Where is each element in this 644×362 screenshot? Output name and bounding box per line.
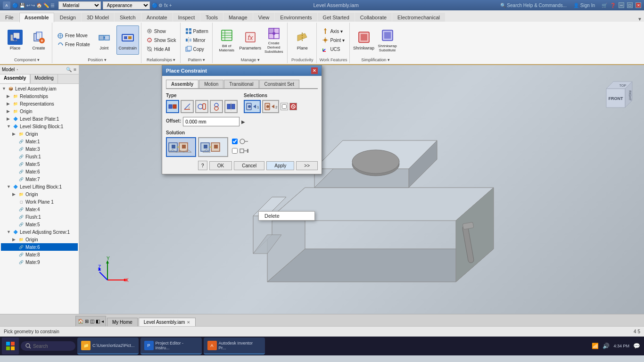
relationships-label-btn[interactable]: Relationships ▾	[147, 58, 176, 62]
tree-item-las-origin[interactable]: ▶ 📁 Origin	[1, 236, 78, 243]
offset-arrow[interactable]: ▶	[241, 119, 245, 124]
tab-inspect[interactable]: Inspect	[173, 13, 200, 22]
place-constraint-dialog[interactable]: Place Constraint ✕ Assembly Motion Trans…	[162, 65, 322, 174]
context-menu-delete[interactable]: Delete	[259, 212, 314, 220]
tree-item-origin1[interactable]: ▶ 📁 Origin	[1, 107, 78, 115]
expand-representations[interactable]: ▶	[7, 101, 11, 106]
tree-item-mate6[interactable]: 🔗 Mate:6	[1, 168, 78, 175]
joint-button[interactable]: Joint	[93, 25, 116, 55]
selection-1-btn[interactable]: 1	[244, 100, 261, 113]
taskbar-start-button[interactable]	[2, 337, 19, 354]
taskbar-search-input[interactable]	[33, 344, 71, 349]
show-sick-button[interactable]: ! Show Sick	[144, 36, 178, 44]
tab-collaborate[interactable]: Collaborate	[355, 13, 392, 22]
type-sym-btn[interactable]	[224, 100, 238, 113]
dialog-more-button[interactable]: >>	[296, 161, 318, 170]
tree-item-lifting-block[interactable]: ▼ 🔷 Level Lifting Block:1	[1, 183, 78, 190]
expand-sliding-block[interactable]: ▼	[7, 124, 11, 129]
expand-relationships[interactable]: ▶	[7, 94, 11, 99]
parameters-button[interactable]: fx Parameters	[239, 25, 262, 55]
tree-item-mate8[interactable]: 🔗 Mate:8	[1, 251, 78, 258]
panel-menu-btn[interactable]: ≡	[73, 66, 77, 73]
tree-item-relationships[interactable]: ▶ 📁 Relationships	[1, 92, 78, 100]
material-dropdown[interactable]: Material	[58, 1, 101, 9]
appearance-dropdown[interactable]: Appearance	[103, 1, 150, 9]
dialog-apply-button[interactable]: Apply	[266, 161, 294, 170]
simplification-label-btn[interactable]: Simplification ▾	[361, 58, 390, 62]
search-help[interactable]: 🔍 Search Help & Commands...	[500, 3, 567, 8]
expand-base-plate[interactable]: ▶	[7, 116, 11, 121]
tab-get-started[interactable]: Get Started	[318, 13, 355, 22]
tab-sketch[interactable]: Sketch	[115, 13, 141, 22]
viewport[interactable]: FRONT TOP RIGHT	[79, 65, 644, 314]
type-insert-btn[interactable]	[210, 100, 223, 113]
expand-llb-origin[interactable]: ▶	[12, 192, 17, 197]
tab-modeling[interactable]: Modeling	[31, 74, 58, 83]
minimize-button[interactable]: ─	[619, 2, 624, 8]
show-button[interactable]: Show	[144, 27, 178, 35]
free-move-button[interactable]: Free Move	[55, 32, 92, 40]
tab-level-assembly[interactable]: Level Assembly.iam ✕	[139, 318, 196, 326]
tab-manage[interactable]: Manage	[223, 13, 253, 22]
sign-in-button[interactable]: 👤 Sign In	[573, 3, 595, 8]
tab-my-home[interactable]: My Home	[107, 318, 138, 326]
tab-environments[interactable]: Environments	[275, 13, 317, 22]
pattern-button[interactable]: Pattern	[183, 27, 210, 35]
shrinkwrap-button[interactable]: Shrinkwrap	[353, 25, 375, 55]
tab-3dmodel[interactable]: 3D Model	[82, 13, 114, 22]
tree-item-root[interactable]: ▼ 📦 Level Assembly.iam	[1, 85, 78, 92]
tree-item-adjusting-screw[interactable]: ▼ 🔷 Level Adjusting Screw:1	[1, 228, 78, 236]
checkbox-1[interactable]	[232, 139, 238, 144]
solution-btn-1[interactable]	[166, 137, 196, 157]
mirror-button[interactable]: Mirror	[183, 36, 210, 44]
tree-item-representations[interactable]: ▶ 📁 Representations	[1, 100, 78, 107]
tree-item-mate9[interactable]: 🔗 Mate:9	[1, 258, 78, 266]
tree-item-mate3[interactable]: 🔗 Mate:3	[1, 145, 78, 153]
expand-lsb-origin[interactable]: ▶	[12, 132, 17, 136]
tree-item-sliding-block[interactable]: ▼ 🔷 Level Sliding Block:1	[1, 123, 78, 130]
shrinkwrap-sub-button[interactable]: ShrinkwrapSubstitute	[376, 25, 399, 55]
taskbar-volume-icon[interactable]: 🔊	[603, 343, 610, 349]
create-button[interactable]: + Create	[27, 25, 50, 55]
bom-button[interactable]: Bill ofMaterials	[215, 25, 238, 55]
tree-item-base-plate[interactable]: ▶ 🔷 Level Base Plate:1	[1, 115, 78, 123]
maximize-button[interactable]: □	[627, 2, 633, 8]
dialog-tab-assembly[interactable]: Assembly	[166, 80, 198, 88]
taskbar-search-box[interactable]	[21, 341, 75, 351]
axis-button[interactable]: Axis ▾	[320, 27, 347, 35]
solution-btn-2[interactable]	[198, 137, 228, 157]
dialog-cancel-button[interactable]: Cancel	[234, 161, 264, 170]
dialog-help-button[interactable]: ?	[198, 161, 207, 170]
tab-file[interactable]: File	[0, 13, 19, 22]
tree-item-mate5b[interactable]: 🔗 Mate:5	[1, 221, 78, 228]
tree-item-mate5[interactable]: 🔗 Mate:5	[1, 160, 78, 168]
tab-electromechanical[interactable]: Electromechanical	[392, 13, 445, 22]
ribbon-expand-icon[interactable]: ▼	[637, 16, 642, 22]
tree-item-llb-origin[interactable]: ▶ 📁 Origin	[1, 190, 78, 198]
derived-button[interactable]: Create DerivedSubstitutes	[263, 25, 285, 55]
taskbar-notification-icon[interactable]: 💬	[633, 343, 640, 349]
tree-item-mate4[interactable]: 🔗 Mate:4	[1, 206, 78, 213]
expand-origin1[interactable]: ▶	[7, 109, 11, 114]
free-rotate-button[interactable]: Free Rotate	[55, 41, 92, 49]
offset-input[interactable]	[183, 117, 239, 126]
tab-assemble[interactable]: Assemble	[19, 13, 54, 23]
dialog-tab-constraint-set[interactable]: Constraint Set	[259, 80, 299, 88]
taskbar-network-icon[interactable]: 📶	[592, 343, 599, 349]
tree-item-wp1[interactable]: ◻ Work Plane 1	[1, 198, 78, 206]
dialog-ok-button[interactable]: OK	[209, 161, 232, 170]
selection-checkbox-input[interactable]	[282, 104, 287, 109]
tree-item-mate7[interactable]: 🔗 Mate:7	[1, 175, 78, 183]
tab-panel-icons[interactable]: 🏠⊞◫◧◂	[75, 316, 106, 326]
taskbar-app-inventor[interactable]: A Autodesk Inventor Pr...	[204, 337, 265, 354]
type-tangent-btn[interactable]	[195, 100, 208, 113]
dialog-tab-transitional[interactable]: Transitional	[224, 80, 258, 88]
tab-design[interactable]: Design	[55, 13, 81, 22]
dialog-close-button[interactable]: ✕	[311, 67, 318, 74]
context-menu[interactable]: Delete	[258, 211, 315, 221]
ucs-button[interactable]: UCS	[320, 45, 347, 53]
close-button[interactable]: ✕	[636, 2, 641, 8]
position-label-btn[interactable]: Position ▾	[88, 58, 107, 62]
hide-all-button[interactable]: Hide All	[144, 45, 178, 53]
selection-checkbox[interactable]	[281, 103, 288, 110]
